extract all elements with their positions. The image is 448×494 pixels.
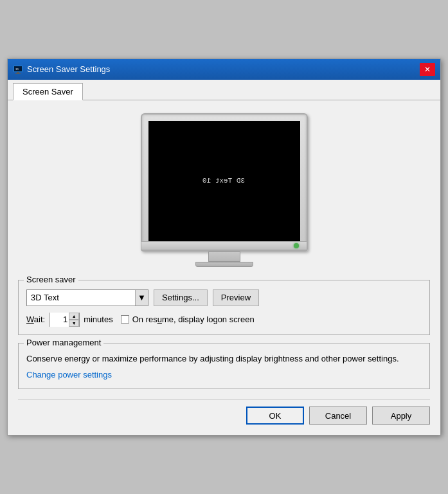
power-section-label: Power management xyxy=(24,338,103,347)
monitor-preview-container: 3D Text 10 xyxy=(18,113,430,267)
monitor-base-top xyxy=(141,241,308,250)
power-management-section: Power management Conserve energy or maxi… xyxy=(18,343,430,390)
screen-saver-section-label: Screen saver xyxy=(24,275,78,284)
monitor-foot xyxy=(195,262,253,267)
logon-checkbox[interactable] xyxy=(121,315,129,324)
tab-screen-saver[interactable]: Screen Saver xyxy=(13,83,83,100)
dialog-window: 3D Screen Saver Settings ✕ Screen Saver … xyxy=(7,59,441,436)
spinner-buttons: ▲ ▼ xyxy=(69,313,79,327)
dropdown-arrow-icon[interactable]: ▼ xyxy=(135,290,148,306)
power-description: Conserve energy or maximize performance … xyxy=(26,352,422,365)
title-text: Screen Saver Settings xyxy=(27,64,110,74)
screen-saver-row: 3D Text ▼ Settings... Preview xyxy=(26,289,422,306)
wait-input[interactable] xyxy=(49,313,69,327)
title-bar: 3D Screen Saver Settings ✕ xyxy=(8,59,440,80)
svg-rect-2 xyxy=(17,72,19,73)
svg-rect-3 xyxy=(15,73,21,74)
logon-checkbox-container: On resume, display logon screen xyxy=(121,315,255,324)
logon-checkbox-label: On resume, display logon screen xyxy=(132,315,255,324)
settings-button[interactable]: Settings... xyxy=(154,289,208,306)
monitor-screen: 3D Text 10 xyxy=(148,121,300,241)
change-power-settings-link[interactable]: Change power settings xyxy=(26,370,112,380)
preview-button[interactable]: Preview xyxy=(213,289,259,306)
apply-button[interactable]: Apply xyxy=(372,407,430,425)
ok-button[interactable]: OK xyxy=(246,407,304,425)
wait-label: Wait: xyxy=(26,315,45,324)
dropdown-value: 3D Text xyxy=(31,293,135,302)
power-led-icon xyxy=(294,243,299,248)
monitor-stand xyxy=(208,252,240,262)
spinner-up-button[interactable]: ▲ xyxy=(69,313,79,320)
button-row: OK Cancel Apply xyxy=(18,399,430,427)
wait-spinner[interactable]: ▲ ▼ xyxy=(49,313,80,327)
monitor-outer: 3D Text 10 xyxy=(141,113,308,252)
screen-saver-section: Screen saver 3D Text ▼ Settings... Previ… xyxy=(18,280,430,335)
wait-row: Wait: ▲ ▼ minutes On resume, display log… xyxy=(26,313,422,327)
svg-text:3D: 3D xyxy=(15,68,19,71)
spinner-down-button[interactable]: ▼ xyxy=(69,320,79,327)
close-button[interactable]: ✕ xyxy=(420,63,435,76)
screen-saver-dropdown[interactable]: 3D Text ▼ xyxy=(26,289,148,306)
screen-preview-text: 3D Text 10 xyxy=(202,177,245,185)
cancel-button[interactable]: Cancel xyxy=(309,407,367,425)
screen-saver-icon: 3D xyxy=(13,64,23,75)
title-bar-left: 3D Screen Saver Settings xyxy=(13,64,110,75)
minutes-label: minutes xyxy=(84,315,113,324)
dialog-body: 3D Text 10 Screen saver 3D Text ▼ Settin… xyxy=(8,100,440,435)
tab-bar: Screen Saver xyxy=(8,80,440,100)
